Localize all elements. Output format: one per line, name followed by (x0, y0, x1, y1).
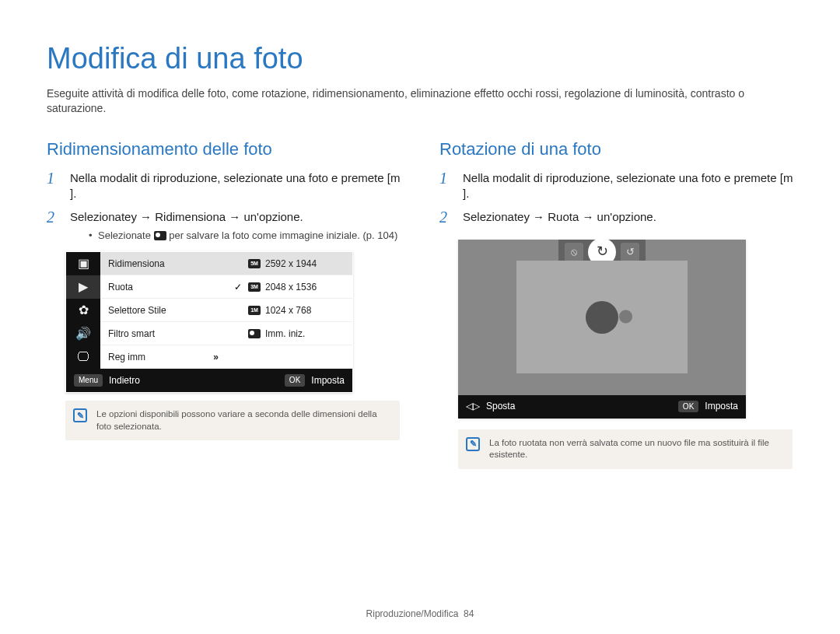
note-icon: ✎ (466, 437, 480, 451)
nav-glyph: ◁▷ (466, 400, 480, 412)
footer-section: Riproduzione/Modifica (366, 608, 459, 619)
rotate-footer: ◁▷ Sposta OK Imposta (458, 395, 746, 419)
rotate-heading: Rotazione di una foto (439, 138, 793, 161)
size-glyph: 5M (248, 259, 261, 268)
camera-footer: Menu Indietro OK Imposta (66, 369, 352, 392)
size-label: 2592 x 1944 (265, 252, 317, 275)
size-glyph: 3M (248, 282, 261, 292)
menu-label: Reg imm (108, 345, 145, 369)
movie-tab-icon: ▶ (66, 275, 100, 299)
resize-step-1: 1 Nella modalit di riproduzione, selezio… (47, 170, 401, 202)
menu-item-selettore-stile: Selettore Stile (100, 299, 226, 322)
camera-sidebar: ▣ ▶ ✿ 🔊 🖵 (66, 252, 100, 369)
menu-item-ridimensiona: Ridimensiona (100, 252, 226, 275)
sound-tab-icon: 🔊 (66, 322, 100, 345)
step-number: 1 (47, 170, 61, 202)
rotate-note: ✎ La foto ruotata non verrà salvata come… (458, 429, 793, 469)
step-text-span: Selezionatey → Ridimensiona → un'opzione… (70, 210, 303, 223)
step-number: 1 (439, 170, 453, 202)
resize-section: Ridimensionamento delle foto 1 Nella mod… (47, 138, 401, 468)
resize-bullet: Selezionate per salvare la foto come imm… (89, 229, 401, 243)
set-label: Imposta (705, 400, 738, 412)
step-text: Selezionatey → Ruota → un'opzione. (463, 209, 793, 225)
step-number: 2 (439, 209, 453, 225)
rotate-step-2: 2 Selezionatey → Ruota → un'opzione. (439, 209, 793, 225)
empty-row (226, 345, 352, 369)
menu-tag: Menu (74, 374, 103, 387)
page-title: Modifica di una foto (47, 39, 793, 79)
size-option-3m: ✓ 3M 2048 x 1536 (226, 275, 352, 299)
rotate-arrow-icon (586, 301, 618, 334)
menu-left-col: Ridimensiona Ruota Selettore Stile Filtr… (100, 252, 226, 369)
step-text: Nella modalit di riproduzione, seleziona… (463, 170, 793, 202)
rotate-screenshot: ⦸ ↻ ↺ ◁▷ Sposta OK Imposta (458, 240, 746, 419)
size-label: 1024 x 768 (265, 299, 311, 322)
step-text: Selezionatey → Ridimensiona → un'opzione… (70, 209, 401, 242)
footer-page: 84 (464, 608, 474, 619)
camera-icon (154, 231, 166, 240)
set-label: Imposta (311, 374, 345, 387)
size-label: Imm. iniz. (265, 322, 305, 345)
camera-menu-screenshot: ▣ ▶ ✿ 🔊 🖵 Ridimensiona Ruota Selettore S… (65, 251, 353, 393)
resize-step-2: 2 Selezionatey → Ridimensiona → un'opzio… (47, 209, 401, 242)
menu-item-ruota: Ruota (100, 275, 226, 299)
note-icon: ✎ (73, 408, 87, 422)
check-icon: ✓ (234, 275, 243, 299)
size-option-start-image: Imm. iniz. (226, 322, 352, 345)
note-text: La foto ruotata non verrà salvata come u… (489, 438, 769, 460)
menu-right-col: 5M 2592 x 1944 ✓ 3M 2048 x 1536 1M 1024 … (226, 252, 352, 369)
ok-tag: OK (678, 401, 698, 413)
rotate-off-icon: ⦸ (565, 243, 583, 261)
note-text: Le opzioni disponibili possono variare a… (96, 409, 377, 431)
play-tab-icon: ▣ (66, 252, 100, 275)
preview-image (516, 261, 688, 373)
ok-tag: OK (285, 374, 305, 387)
step-number: 2 (47, 209, 61, 242)
intro-text: Eseguite attività di modifica delle foto… (47, 86, 793, 116)
back-label: Indietro (109, 374, 140, 387)
rotate-90ccw-icon: ↺ (621, 243, 639, 261)
rotate-step-1: 1 Nella modalit di riproduzione, selezio… (439, 170, 793, 202)
display-tab-icon: 🖵 (66, 345, 100, 369)
size-glyph: 1M (248, 306, 261, 315)
size-option-1m: 1M 1024 x 768 (226, 299, 352, 322)
camera-tab-icon: ✿ (66, 299, 100, 322)
size-label: 2048 x 1536 (265, 275, 317, 299)
resize-heading: Ridimensionamento delle foto (47, 138, 401, 161)
camera-icon (248, 329, 261, 338)
size-option-5m: 5M 2592 x 1944 (226, 252, 352, 275)
move-label: Sposta (486, 400, 515, 412)
more-icon: » (213, 345, 219, 369)
menu-item-reg-imm: Reg imm » (100, 345, 226, 369)
menu-item-filtro-smart: Filtro smart (100, 322, 226, 345)
rotate-section: Rotazione di una foto 1 Nella modalit di… (439, 138, 793, 468)
step-text: Nella modalit di riproduzione, seleziona… (70, 170, 401, 202)
resize-note: ✎ Le opzioni disponibili possono variare… (65, 401, 400, 440)
page-footer: Riproduzione/Modifica 84 (0, 608, 840, 620)
